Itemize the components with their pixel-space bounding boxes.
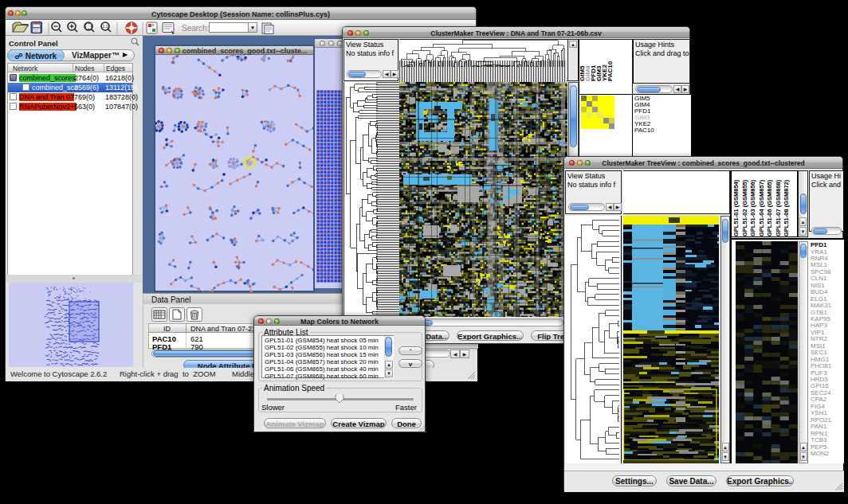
- svg-text:1:1: 1:1: [102, 24, 108, 29]
- svg-text:PAC10: PAC10: [607, 61, 614, 81]
